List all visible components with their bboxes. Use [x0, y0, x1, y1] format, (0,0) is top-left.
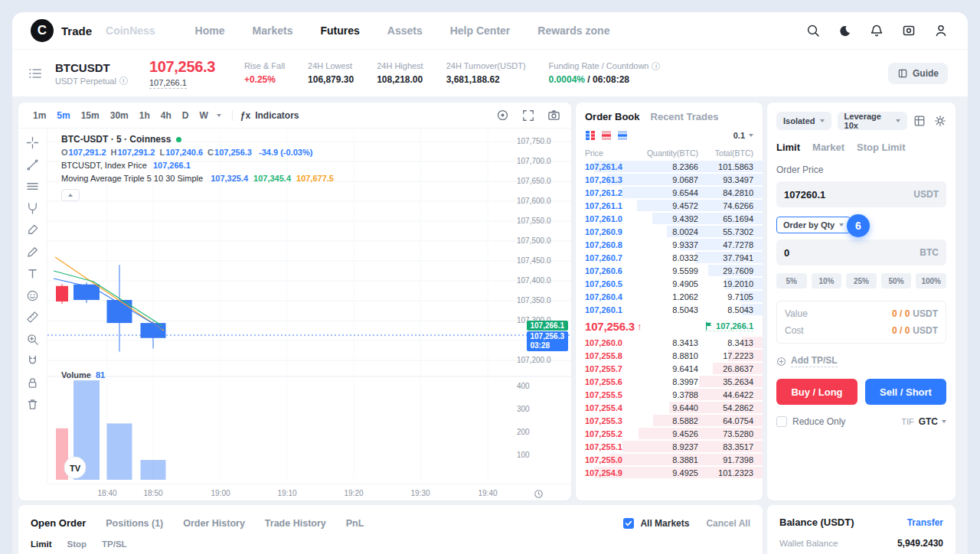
fullscreen-icon[interactable] [522, 109, 534, 122]
reduce-only-checkbox[interactable] [776, 416, 787, 427]
orderbook-ask-row[interactable]: 107,260.18.50438.5043 [576, 303, 763, 316]
all-markets-checkbox[interactable] [623, 518, 634, 529]
orderbook-bid-row[interactable]: 107,255.49.644054.2862 [576, 401, 763, 414]
guide-button[interactable]: Guide [888, 63, 948, 84]
trend-line-icon[interactable] [26, 158, 39, 171]
camera-icon[interactable] [547, 109, 560, 122]
timeframe-button[interactable]: W [194, 110, 213, 121]
brand-logo[interactable]: C [31, 19, 54, 42]
notifications-bell-icon[interactable] [870, 24, 884, 37]
orders-subtab[interactable]: TP/SL [102, 539, 127, 549]
orderbook-ask-row[interactable]: 107,260.59.490519.2010 [576, 277, 763, 290]
theme-moon-icon[interactable] [838, 24, 851, 37]
grid-icon[interactable] [913, 115, 926, 127]
orderbook-ask-row[interactable]: 107,261.09.439265.1694 [576, 212, 763, 225]
orderbook-bid-row[interactable]: 107,255.38.588264.0754 [576, 414, 763, 427]
nav-item[interactable]: Help Center [450, 24, 511, 37]
timeframe-button[interactable]: 15m [76, 110, 105, 121]
percent-button[interactable]: 25% [846, 273, 877, 288]
magnet-icon[interactable] [26, 354, 39, 367]
percent-button[interactable]: 100% [916, 273, 946, 288]
info-icon[interactable]: i [119, 77, 128, 85]
orderbook-bid-row[interactable]: 107,255.79.641426.8637 [576, 362, 763, 375]
order-type-tab[interactable]: Limit [776, 142, 800, 153]
view-asks-icon[interactable] [617, 130, 628, 141]
pitchfork-icon[interactable] [26, 202, 39, 215]
orders-subtab[interactable]: Limit [31, 539, 51, 549]
orderbook-bid-row[interactable]: 107,260.08.34138.3413 [576, 336, 763, 349]
timeframe-button[interactable]: D [177, 110, 194, 121]
rewards-card-icon[interactable] [902, 24, 916, 37]
indicators-button[interactable]: ƒx Indicators [240, 110, 299, 121]
order-type-tab[interactable]: Stop Limit [857, 142, 906, 153]
info-icon[interactable]: i [652, 62, 660, 70]
order-price-input[interactable]: 107260.1 USDT [776, 181, 946, 207]
text-tool-icon[interactable] [26, 267, 39, 280]
nav-item[interactable]: Rewards zone [537, 24, 609, 37]
margin-mode-select[interactable]: Isolated [776, 112, 831, 130]
transfer-link[interactable]: Transfer [907, 517, 943, 528]
orders-tab[interactable]: Open Order [31, 517, 86, 529]
orderbook-ask-row[interactable]: 107,261.29.654484.2810 [576, 186, 763, 199]
percent-button[interactable]: 50% [881, 273, 912, 288]
emoji-icon[interactable] [26, 289, 39, 302]
orderbook-bid-row[interactable]: 107,255.88.881017.2223 [576, 349, 763, 362]
pencil-icon[interactable] [26, 246, 39, 259]
gear-icon[interactable] [934, 115, 946, 127]
orderbook-ask-row[interactable]: 107,260.89.933747.7278 [576, 238, 763, 251]
timeframe-button[interactable]: 4h [155, 110, 177, 121]
view-both-icon[interactable] [585, 130, 596, 141]
timeframe-button[interactable]: 5m [51, 110, 75, 121]
annotation-badge-6[interactable]: 6 [847, 214, 870, 237]
clock-icon[interactable] [534, 489, 544, 499]
sell-short-button[interactable]: Sell / Short [865, 379, 946, 405]
ruler-icon[interactable] [26, 311, 39, 324]
legend-collapse-button[interactable] [61, 189, 80, 201]
nav-item[interactable]: Assets [387, 24, 423, 37]
orderbook-ask-row[interactable]: 107,261.19.457274.6266 [576, 199, 763, 212]
cancel-all-button[interactable]: Cancel All [706, 518, 750, 529]
leverage-select[interactable]: Leverage 10x [838, 112, 907, 130]
search-icon[interactable] [806, 24, 820, 37]
flagged-index-price[interactable]: 107,266.1 [705, 321, 753, 331]
visibility-icon[interactable] [496, 109, 509, 122]
order-by-qty-select[interactable]: Order by Qty [776, 217, 851, 233]
orderbook-ask-row[interactable]: 107,261.48.2366101.5863 [576, 160, 763, 173]
tif-select[interactable]: GTC [919, 416, 946, 427]
lock-icon[interactable] [26, 376, 39, 389]
orderbook-bid-row[interactable]: 107,255.08.388191.7398 [576, 453, 763, 466]
chart-plot[interactable]: 107,750.0107,700.0107,650.0107,600.0107,… [47, 129, 571, 484]
nav-item[interactable]: Markets [253, 24, 293, 37]
chevron-down-icon[interactable] [214, 114, 224, 117]
orderbook-bid-row[interactable]: 107,255.18.923783.3517 [576, 440, 763, 453]
orderbook-ask-row[interactable]: 107,260.69.559929.7609 [576, 264, 763, 277]
crosshair-icon[interactable] [26, 136, 39, 149]
orderbook-ask-row[interactable]: 107,260.98.002455.7302 [576, 225, 763, 238]
order-type-tab[interactable]: Market [812, 142, 844, 153]
precision-select[interactable]: 0.1 [733, 131, 753, 140]
orderbook-bid-row[interactable]: 107,255.59.378844.6422 [576, 388, 763, 401]
orders-subtab[interactable]: Stop [67, 539, 87, 549]
orders-tab[interactable]: Positions (1) [106, 518, 163, 529]
orderbook-bid-row[interactable]: 107,255.68.399735.2634 [576, 375, 763, 388]
percent-button[interactable]: 5% [776, 273, 807, 288]
orderbook-bid-row[interactable]: 107,254.99.4925101.2323 [576, 466, 763, 479]
orderbook-tab[interactable]: Recent Trades [651, 111, 719, 122]
nav-item[interactable]: Futures [320, 24, 359, 37]
timeframe-button[interactable]: 1h [134, 110, 155, 121]
orderbook-tab[interactable]: Order Book [585, 111, 640, 122]
orderbook-last-price-row[interactable]: 107,256.3 ↑ 107,266.1 [576, 316, 763, 336]
time-axis[interactable]: 18:4018:5019:0019:1019:2019:3019:40 [47, 484, 571, 500]
view-bids-icon[interactable] [601, 130, 612, 141]
orders-tab[interactable]: Trade History [265, 518, 326, 529]
market-list-icon[interactable] [28, 66, 43, 81]
orders-tab[interactable]: PnL [346, 518, 364, 529]
buy-long-button[interactable]: Buy / Long [776, 379, 858, 405]
orders-tab[interactable]: Order History [183, 518, 245, 529]
symbol-block[interactable]: BTCUSDT USDT Perpetuali [55, 61, 128, 86]
horizontal-line-icon[interactable] [26, 180, 39, 193]
brush-icon[interactable] [26, 223, 39, 236]
orderbook-bid-row[interactable]: 107,255.29.452673.5280 [576, 427, 763, 440]
nav-item[interactable]: Home [195, 24, 225, 37]
percent-button[interactable]: 10% [812, 273, 842, 288]
